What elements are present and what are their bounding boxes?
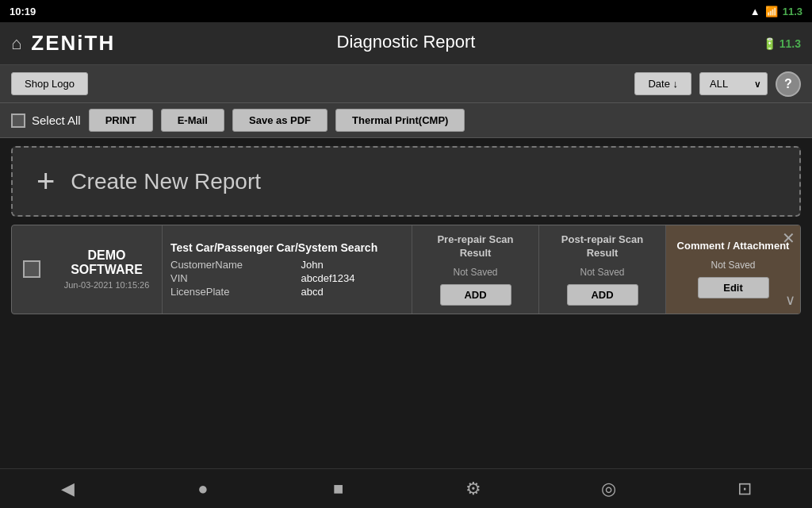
filter-select[interactable]: ALL Recent Older — [699, 72, 768, 95]
customer-name-value: John — [301, 259, 404, 271]
pre-repair-add-button[interactable]: ADD — [440, 284, 511, 306]
report-device-col: DEMO SOFTWARE Jun-03-2021 10:15:26 — [52, 225, 163, 314]
header: ⌂ ZENiTH Diagnostic Report 🔋 11.3 — [0, 22, 812, 65]
license-plate-value: abcd — [301, 286, 404, 298]
status-right: ▲ 📶 11.3 — [750, 6, 802, 17]
report-card: DEMO SOFTWARE Jun-03-2021 10:15:26 Test … — [11, 225, 801, 314]
customer-name-label: CustomerName — [170, 259, 292, 271]
comment-status: Not Saved — [710, 260, 755, 271]
help-button[interactable]: ? — [776, 71, 801, 97]
report-details: CustomerName John VIN abcdef1234 License… — [170, 259, 404, 298]
back-button[interactable]: ◀ — [50, 471, 85, 506]
main-content: + Create New Report DEMO SOFTWARE Jun-03… — [0, 138, 812, 468]
vin-value: abcdef1234 — [301, 272, 404, 284]
chrome-button[interactable]: ◎ — [592, 471, 626, 506]
battery-level: 11.3 — [779, 37, 801, 50]
email-button[interactable]: E-Mail — [161, 109, 224, 132]
bottom-nav: ◀ ● ■ ⚙ ◎ ⊡ — [0, 468, 812, 508]
battery-text: 11.3 — [783, 6, 802, 17]
report-title: Test Car/Passenger Car/System Search — [170, 241, 404, 254]
toolbar: Shop Logo Date ↓ ALL Recent Older ∨ ? — [0, 65, 812, 103]
settings-button[interactable]: ⚙ — [456, 471, 491, 506]
create-new-label: Create New Report — [71, 169, 261, 194]
report-checkbox-col — [12, 225, 52, 314]
status-time: 10:19 — [10, 6, 36, 17]
wifi-icon: ▲ — [750, 6, 760, 17]
home-nav-button[interactable]: ● — [186, 471, 220, 506]
print-button[interactable]: PRINT — [89, 109, 153, 132]
report-select-checkbox[interactable] — [23, 260, 40, 278]
post-repair-status: Not Saved — [580, 267, 624, 278]
battery-indicator: 🔋 11.3 — [763, 37, 801, 50]
comment-title: Comment / Attachment — [677, 240, 790, 253]
post-repair-add-button[interactable]: ADD — [567, 284, 638, 306]
save-pdf-button[interactable]: Save as PDF — [232, 109, 327, 132]
recents-button[interactable]: ■ — [321, 471, 356, 506]
comment-attachment-col: Comment / Attachment Not Saved Edit — [665, 225, 800, 314]
create-new-report-card[interactable]: + Create New Report — [11, 146, 801, 217]
action-bar: Select All PRINT E-Mail Save as PDF Ther… — [0, 103, 812, 138]
page-title: Diagnostic Report — [337, 32, 476, 52]
pre-repair-scan-col: Pre-repair Scan Result Not Saved ADD — [412, 225, 538, 314]
vin-label: VIN — [170, 272, 292, 284]
select-all-label[interactable]: Select All — [32, 114, 81, 127]
pre-repair-status: Not Saved — [453, 267, 497, 278]
battery-icon: 🔋 — [763, 37, 776, 50]
report-expand-button[interactable]: ∨ — [785, 291, 795, 309]
pre-repair-title: Pre-repair Scan Result — [420, 233, 530, 260]
comment-edit-button[interactable]: Edit — [698, 277, 769, 298]
header-left: ⌂ ZENiTH — [11, 31, 115, 56]
header-right: 🔋 11.3 — [763, 37, 801, 50]
report-info-col: Test Car/Passenger Car/System Search Cus… — [163, 225, 412, 314]
app-logo: ZENiTH — [31, 31, 115, 56]
report-device-name: DEMO SOFTWARE — [71, 248, 143, 277]
home-icon[interactable]: ⌂ — [11, 33, 21, 54]
select-all-container: Select All — [11, 114, 81, 128]
status-bar: 10:19 ▲ 📶 11.3 — [0, 0, 812, 22]
signal-icon: 📶 — [765, 6, 778, 17]
license-plate-label: LicensePlate — [170, 286, 292, 298]
shop-logo-button[interactable]: Shop Logo — [11, 72, 88, 95]
post-repair-title: Post-repair Scan Result — [547, 233, 657, 260]
plus-icon: + — [36, 164, 55, 199]
filter-select-wrapper: ALL Recent Older ∨ — [699, 72, 768, 95]
date-sort-button[interactable]: Date ↓ — [634, 72, 691, 95]
screenshot-button[interactable]: ⊡ — [727, 471, 762, 506]
thermal-print-button[interactable]: Thermal Print(CMP) — [335, 109, 465, 132]
report-date: Jun-03-2021 10:15:26 — [64, 280, 150, 290]
report-close-button[interactable]: ✕ — [782, 230, 795, 246]
post-repair-scan-col: Post-repair Scan Result Not Saved ADD — [538, 225, 665, 314]
select-all-checkbox[interactable] — [11, 114, 25, 128]
